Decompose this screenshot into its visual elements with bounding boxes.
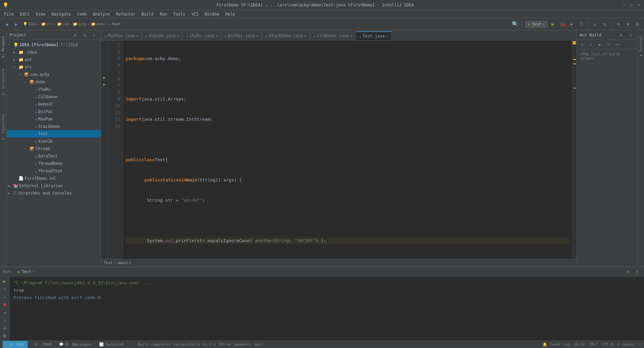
run-settings-icon[interactable]: ⚙ (624, 268, 632, 276)
tab-stackdemo[interactable]: ☕ StackDemo.java ✕ (262, 31, 310, 40)
menu-code[interactable]: Code (74, 11, 90, 17)
run-button[interactable]: ▶ (549, 20, 557, 28)
tree-thread[interactable]: ▾ 📦 thread (7, 145, 101, 152)
print-icon[interactable]: 🖨 (1, 325, 8, 331)
tab-close-icon[interactable]: ✕ (136, 34, 138, 38)
tree-threadtest[interactable]: ☕ ThreadTest (7, 167, 101, 175)
layout-icon[interactable]: ⊞ (614, 20, 622, 28)
clear-output-icon[interactable]: 🗑 (1, 333, 8, 339)
maximize-button[interactable]: □ (629, 3, 634, 7)
layout2-icon[interactable]: ▦ (624, 20, 632, 28)
tab-duipai[interactable]: ☕ DuiPai.java ✕ (221, 31, 262, 40)
scroll-end-icon[interactable]: ↓ (1, 317, 8, 323)
tab-close-icon[interactable]: ✕ (215, 34, 217, 38)
menu-help[interactable]: Help (223, 11, 238, 17)
tree-cilqueue[interactable]: ☕ CilQueue (7, 93, 101, 100)
settings-icon[interactable]: ⚙ (601, 20, 609, 28)
tab-cilqueue[interactable]: ☕ CilQueue.java ✕ (310, 31, 356, 40)
bottom-tab-close-icon[interactable]: ✕ (33, 270, 35, 273)
stop-process-icon[interactable]: ■ (1, 301, 8, 308)
tree-idea-root[interactable]: ▾ 💡 IDEA [FirstDemo] F:\IDEA (7, 41, 101, 49)
event-log-btn[interactable]: 🔔 Event Log (543, 342, 570, 347)
tab-maopao[interactable]: ☕ MaoPao.java ✕ (101, 31, 142, 40)
menu-edit[interactable]: Edit (17, 11, 32, 17)
bottom-tab-test[interactable]: ▶ Test ✕ (15, 269, 37, 275)
favorites-panel-btn[interactable]: 2: Favorites (0, 111, 6, 142)
run-config-selector[interactable]: ▶ Test ▼ (525, 21, 548, 28)
run-method-icon[interactable]: ▶ (101, 81, 108, 88)
menu-file[interactable]: File (1, 11, 17, 17)
menu-tools[interactable]: Tools (171, 11, 188, 17)
tree-datatest[interactable]: ☕ DataTest (7, 152, 101, 160)
menu-run[interactable]: Run (157, 11, 170, 17)
menu-build[interactable]: Build (139, 11, 156, 17)
project-close-icon[interactable]: ✕ (90, 31, 98, 39)
close-button[interactable]: ✕ (637, 3, 641, 7)
project-panel-btn[interactable]: 1: Project (0, 34, 6, 60)
tab-close-icon[interactable]: ✕ (177, 34, 179, 38)
tree-scratches[interactable]: ▶ 🗒 Scratches and Consoles (7, 190, 101, 197)
ant-remove-icon[interactable]: − (587, 40, 595, 49)
tab-close-icon[interactable]: ✕ (304, 34, 306, 38)
ant-expand-icon[interactable]: >> (613, 40, 621, 49)
tree-xuanze[interactable]: ☕ XuanZe (7, 138, 101, 145)
line-ending[interactable]: CRLF (589, 342, 598, 347)
power-icon[interactable]: ⏻ (633, 20, 641, 28)
run-class-icon[interactable]: ▶ (101, 74, 108, 81)
tab-xuanze[interactable]: ☕ XuanZe.java ✕ (142, 31, 183, 40)
tree-stackdemo[interactable]: ☕ StackDemo (7, 123, 101, 130)
ant-settings-icon[interactable]: ⚙ (617, 31, 625, 39)
minimize-button[interactable]: ─ (622, 3, 626, 7)
tree-idea-folder[interactable]: ▶ 📁 .idea (7, 49, 101, 56)
ant-close-icon[interactable]: ✕ (626, 31, 635, 39)
project-settings-icon[interactable]: ⚙ (71, 31, 79, 39)
ant-add-icon[interactable]: + (578, 40, 586, 49)
todo-toolbar-tab[interactable]: ✓ 6: TODO (28, 341, 56, 348)
breadcrumb-main[interactable]: main() (118, 261, 131, 265)
code-editor[interactable]: ▶ ▶ 1 2 3 4 5 6 7 8 9 10 11 (101, 40, 577, 259)
tab-close-icon[interactable]: ✕ (386, 34, 388, 38)
menu-navigate[interactable]: Navigate (49, 11, 74, 17)
scroll-up-icon[interactable]: ↑ (1, 286, 8, 292)
coverage-button[interactable]: ▶ (568, 20, 576, 28)
ant-run-icon[interactable]: ▶ (596, 40, 604, 49)
tree-charu[interactable]: ☕ ChaRu (7, 86, 101, 93)
scroll-down-icon[interactable]: ↓ (1, 294, 8, 300)
tree-com-qcby[interactable]: ▾ 📦 com.qcby (7, 71, 101, 78)
tree-out-folder[interactable]: ▶ 📁 out (7, 56, 101, 63)
indent-display[interactable]: 4 spaces (617, 342, 635, 347)
tree-demojc[interactable]: ☕ DemoJC (7, 100, 101, 108)
messages-toolbar-tab[interactable]: 💬 0: Messages (56, 341, 95, 348)
power-save-icon[interactable]: ⚡ (639, 342, 641, 347)
debug-button[interactable]: 🐞 (558, 20, 566, 28)
terminal-toolbar-tab[interactable]: ⬜ Terminal (96, 341, 128, 348)
encoding[interactable]: UTF-8 (602, 342, 613, 347)
project-layout-icon[interactable]: ≡ (81, 31, 89, 39)
tab-close-icon[interactable]: ✕ (350, 34, 352, 38)
run-close-icon[interactable]: ✕ (633, 268, 641, 276)
profile-button[interactable]: ⏱ (577, 20, 585, 28)
tree-firstdemo-iml[interactable]: 📄 FirstDemo.iml (7, 175, 101, 182)
run-toolbar-tab[interactable]: ▶ 4: Run (3, 341, 28, 348)
breadcrumb-test[interactable]: Test (104, 261, 113, 265)
soft-wrap-icon[interactable]: ⇌ (1, 309, 8, 316)
menu-vcs[interactable]: VCS (189, 11, 202, 17)
menu-refactor[interactable]: Refactor (113, 11, 138, 17)
menu-view[interactable]: View (33, 11, 48, 17)
tree-maopao[interactable]: ☕ MaoPao (7, 115, 101, 123)
tree-src-folder[interactable]: ▾ 📁 src (7, 63, 101, 71)
tree-test[interactable]: ☕ Test (7, 130, 101, 138)
sync-icon[interactable]: ↻ (591, 20, 599, 28)
tab-test[interactable]: ☕ Test.java ✕ (356, 31, 392, 40)
search-everywhere-icon[interactable]: 🔍 (511, 20, 519, 28)
tab-charu[interactable]: ☕ ChaRu.java ✕ (183, 31, 221, 40)
tree-demo[interactable]: ▾ 📦 demo (7, 78, 101, 86)
restart-run-button[interactable]: ▶ (1, 278, 8, 284)
toolbar-forward-icon[interactable]: ▶ (12, 20, 20, 28)
structure-panel-btn[interactable]: 2: Structure (0, 67, 6, 97)
tree-duipai[interactable]: ☕ DuiPai (7, 108, 101, 115)
ant-filter-icon[interactable]: ▽ (605, 40, 613, 49)
tab-close-icon[interactable]: ✕ (256, 34, 258, 38)
terminal-side-btn[interactable]: ▶ Terminal (638, 34, 643, 60)
code-content[interactable]: package com.qcby.demo; import java.util.… (123, 40, 572, 259)
